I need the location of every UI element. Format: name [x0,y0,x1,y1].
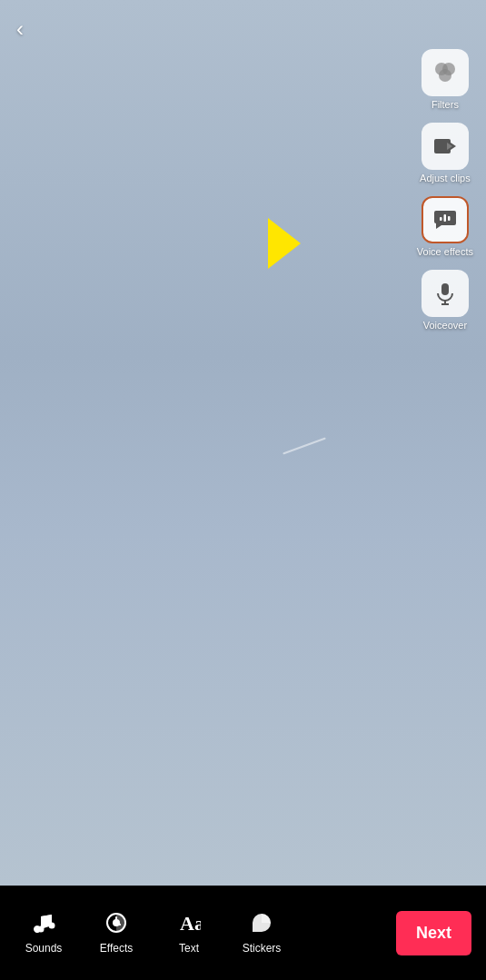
right-toolbar: Filters Adjust clips [413,45,477,334]
bottom-item-stickers[interactable]: Stickers [225,904,298,962]
sounds-label: Sounds [25,942,63,955]
stickers-label: Stickers [243,942,282,955]
voice-effects-label: Voice effects [417,246,473,257]
adjust-clips-icon-wrap [422,123,469,170]
plane-streak [283,438,326,455]
back-button[interactable]: ‹ [16,16,24,42]
bottom-item-text[interactable]: Aa Text [153,904,225,962]
toolbar-item-voiceover[interactable]: Voiceover [413,266,477,334]
svg-rect-7 [443,214,446,222]
voiceover-label: Voiceover [423,320,467,331]
toolbar-item-filters[interactable]: Filters [413,45,477,114]
bottom-bar: Sounds Effects Aa [0,886,486,980]
text-icon: Aa [177,911,201,938]
toolbar-item-voice-effects[interactable]: Voice effects [413,193,477,261]
voiceover-icon [432,281,458,306]
bottom-item-effects[interactable]: Effects [80,904,153,962]
text-label: Text [179,942,199,955]
voiceover-icon-wrap [422,270,469,317]
video-preview: ‹ Filters [0,0,486,886]
svg-point-2 [439,69,451,82]
svg-text:Aa: Aa [180,912,201,935]
music-note-icon [32,911,55,938]
adjust-clips-icon [432,134,458,159]
svg-rect-8 [448,216,451,221]
adjust-clips-label: Adjust clips [420,173,471,183]
filters-icon [432,60,458,85]
stickers-icon [250,911,273,938]
voice-effects-icon [432,207,458,233]
voice-effects-icon-wrap [422,196,469,243]
filters-icon-wrap [422,49,469,96]
svg-rect-9 [441,283,449,295]
effects-label: Effects [100,942,133,955]
svg-rect-6 [440,217,442,221]
bottom-items: Sounds Effects Aa [7,904,396,962]
bottom-item-sounds[interactable]: Sounds [7,904,80,962]
next-button[interactable]: Next [396,911,471,955]
toolbar-item-adjust-clips[interactable]: Adjust clips [413,119,477,187]
effects-icon [104,911,128,938]
svg-point-12 [38,926,45,933]
filters-label: Filters [431,99,459,110]
